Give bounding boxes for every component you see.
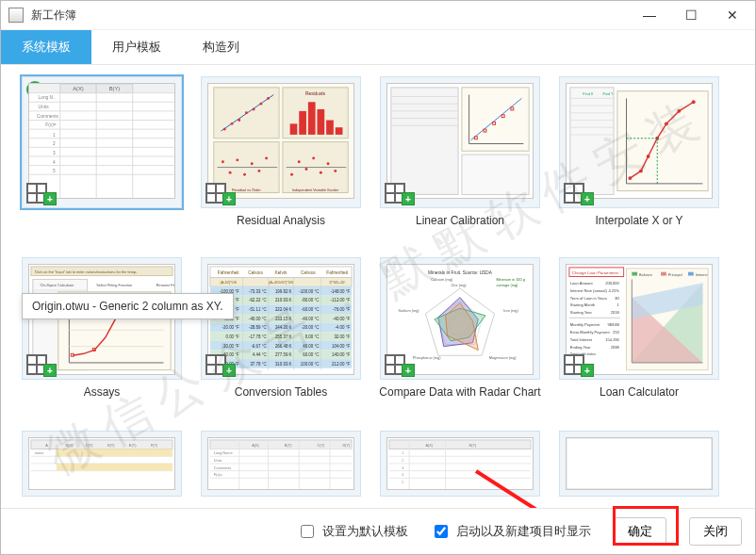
svg-rect-73 [462, 88, 529, 151]
svg-rect-241 [688, 272, 694, 276]
template-item-linear-calibration[interactable]: + Linear Calibration [370, 76, 550, 253]
tab-construct-column[interactable]: 构造列 [182, 30, 260, 64]
svg-text:Principal: Principal [668, 273, 682, 277]
template-gallery[interactable]: 微信公众号 · 默默软件安装 ✓ A(X) B(Y) [1, 65, 755, 508]
svg-text:Extra Monthly Payment: Extra Monthly Payment [570, 330, 611, 335]
template-item[interactable] [550, 431, 729, 508]
set-default-checkbox-input[interactable] [301, 525, 314, 538]
svg-text:2018: 2018 [611, 310, 620, 315]
svg-text:Minimum in 100 g: Minimum in 100 g [497, 278, 525, 282]
svg-text:0.00 °F: 0.00 °F [225, 335, 239, 339]
template-type-icon: + [385, 354, 415, 375]
svg-text:32.00 °F: 32.00 °F [334, 335, 350, 339]
template-item[interactable]: AB(X)C(Y)D(Y)E(Y)F(Y) name [12, 431, 191, 508]
svg-text:-100.00 °C: -100.00 °C [299, 289, 320, 294]
template-item-residual-analysis[interactable]: Residuals Residual vs Order Indep [191, 76, 370, 253]
svg-rect-46 [326, 120, 334, 134]
template-type-icon: + [564, 354, 594, 375]
template-item-interpolate-xy[interactable]: Find XFind Y + Interpolate X or Y [550, 76, 729, 253]
svg-text:Find X: Find X [583, 92, 594, 96]
svg-rect-263 [210, 440, 352, 449]
template-item-conversion-tables[interactable]: FahrenheitCelsiusKelvinCelsiusFahrenheit… [191, 257, 370, 427]
svg-text:Fahrenheit: Fahrenheit [326, 270, 349, 275]
svg-text:B(Y): B(Y) [109, 86, 121, 91]
svg-point-60 [304, 168, 307, 171]
minimize-button[interactable]: — [629, 2, 670, 28]
svg-text:40.00 °C: 40.00 °C [303, 344, 320, 349]
svg-text:-17.78 °C: -17.78 °C [249, 335, 267, 339]
svg-text:2038: 2038 [611, 345, 620, 350]
svg-text:4: 4 [53, 160, 56, 165]
svg-rect-93 [617, 91, 708, 191]
svg-text:250: 250 [613, 330, 619, 335]
svg-text:Residuals: Residuals [305, 91, 326, 96]
svg-point-62 [320, 171, 322, 174]
template-item[interactable]: A(X)B(Y)C(Y)D(Y) Long NameUnitsCommentsF… [191, 431, 370, 508]
svg-rect-282 [389, 440, 531, 449]
template-item-loan-calculator[interactable]: Change Loan Parameters Loan Amount200,00… [550, 257, 729, 427]
svg-point-38 [245, 111, 248, 114]
svg-text:(A-32)*5/9: (A-32)*5/9 [220, 281, 237, 285]
template-item-radar-chart[interactable]: Minerals in Fruit. Source: USDA Calcium … [370, 257, 550, 427]
svg-point-39 [253, 108, 255, 111]
set-default-checkbox[interactable]: 设置为默认模板 [297, 522, 408, 541]
svg-point-41 [267, 97, 270, 100]
close-button[interactable]: 关闭 [689, 517, 742, 546]
svg-text:3: 3 [402, 466, 403, 470]
svg-rect-259 [57, 449, 173, 457]
svg-text:E(Y): E(Y) [129, 444, 137, 448]
svg-text:name: name [35, 451, 44, 455]
tab-system-templates[interactable]: 系统模板 [1, 30, 91, 64]
svg-text:Iron (mg): Iron (mg) [503, 309, 518, 313]
svg-text:-76.00 °F: -76.00 °F [333, 307, 350, 312]
svg-text:(A+459.67)*5/9: (A+459.67)*5/9 [269, 281, 293, 285]
svg-text:-148.00 °F: -148.00 °F [331, 289, 351, 294]
svg-text:-40.00 °C: -40.00 °C [302, 317, 320, 321]
svg-text:-6.67 °C: -6.67 °C [251, 344, 267, 349]
svg-text:Celsius: Celsius [301, 270, 316, 275]
svg-rect-42 [290, 123, 298, 135]
svg-text:2: 2 [402, 459, 403, 463]
svg-rect-260 [57, 464, 173, 471]
svg-text:C(Y): C(Y) [317, 444, 325, 448]
svg-text:F(x)=: F(x)= [45, 122, 57, 127]
svg-text:Interest Rate (annual): Interest Rate (annual) [570, 288, 608, 293]
svg-text:B(Y): B(Y) [469, 444, 477, 448]
svg-point-101 [677, 109, 681, 113]
svg-text:Long N..: Long N.. [39, 95, 56, 100]
svg-text:Minerals in Fruit. Source: USD: Minerals in Fruit. Source: USDA [428, 270, 493, 275]
ok-button[interactable]: 确定 [614, 517, 666, 546]
template-type-icon: + [385, 183, 415, 204]
template-caption: Loan Calculator [600, 385, 679, 414]
svg-point-51 [236, 158, 238, 161]
template-item-blank[interactable]: ✓ A(X) B(Y) [12, 76, 191, 253]
template-caption: Assays [84, 385, 121, 414]
svg-text:-60.00 °C: -60.00 °C [302, 307, 320, 312]
show-on-start-checkbox[interactable]: 启动以及新建项目时显示 [431, 522, 591, 541]
svg-rect-82 [462, 155, 529, 194]
svg-text:200,000: 200,000 [605, 281, 619, 286]
svg-text:F(x)=: F(x)= [214, 473, 223, 477]
svg-text:Monthly Payment: Monthly Payment [570, 322, 600, 327]
svg-text:Units: Units [39, 105, 50, 109]
svg-text:Starting Year: Starting Year [570, 310, 593, 315]
titlebar: 新工作簿 — ☐ ✕ [1, 1, 755, 30]
svg-text:Comments: Comments [37, 114, 59, 119]
close-window-button[interactable]: ✕ [712, 2, 753, 28]
svg-point-36 [231, 122, 234, 125]
template-type-icon: + [205, 183, 236, 204]
svg-point-100 [665, 122, 668, 125]
maximize-button[interactable]: ☐ [670, 2, 712, 28]
svg-text:Kelvin: Kelvin [274, 270, 287, 275]
svg-rect-44 [308, 102, 316, 135]
svg-text:A(X): A(X) [73, 86, 84, 91]
svg-text:Ending Year: Ending Year [570, 345, 591, 350]
template-item-assays[interactable]: Click on the "Input" tab to enter values… [12, 257, 191, 427]
show-on-start-checkbox-input[interactable] [435, 525, 448, 538]
svg-text:Chi-Sqare Calculator: Chi-Sqare Calculator [41, 284, 74, 287]
svg-point-58 [290, 173, 293, 176]
template-caption: Compare Data with Radar Chart [379, 385, 540, 414]
svg-text:140.00 °F: 140.00 °F [332, 352, 350, 357]
tab-user-templates[interactable]: 用户模板 [91, 30, 182, 64]
template-item[interactable]: A(X)B(Y) 12345 [370, 431, 550, 508]
